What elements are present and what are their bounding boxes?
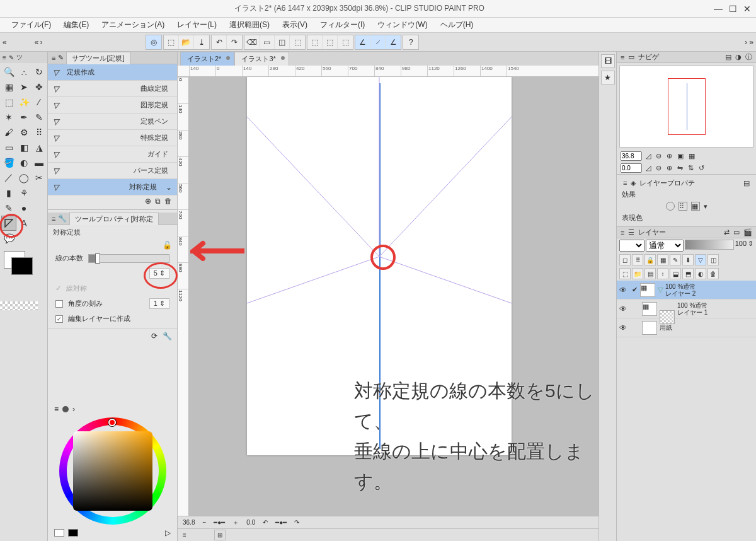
- knife-tool[interactable]: ▮: [1, 185, 16, 201]
- panel-menu-icon[interactable]: ≡: [623, 179, 627, 187]
- create-on-layer-checkbox[interactable]: [55, 315, 63, 323]
- effect-color-icon[interactable]: ▦: [691, 202, 700, 211]
- decoration-tool[interactable]: ⚘: [16, 185, 32, 201]
- visibility-icon[interactable]: 👁: [619, 323, 629, 332]
- background-color[interactable]: [11, 257, 33, 275]
- menu-view[interactable]: 表示(V): [277, 18, 312, 32]
- spark-tool[interactable]: ✶: [1, 110, 16, 125]
- clipstudio-button[interactable]: ◎: [146, 35, 161, 49]
- navigator-preview[interactable]: [619, 66, 753, 148]
- marker-tool[interactable]: ●: [16, 201, 32, 216]
- effect-tone-icon[interactable]: ⠿: [679, 202, 687, 211]
- panel-menu-icon[interactable]: ≡: [52, 215, 55, 223]
- fav-icon[interactable]: ★: [601, 71, 615, 84]
- maximize-button[interactable]: ☐: [729, 4, 737, 14]
- wand-tool[interactable]: ✨: [16, 95, 32, 110]
- deselect-button[interactable]: ▭: [260, 35, 275, 49]
- new-layer-icon[interactable]: ⬚: [619, 268, 631, 279]
- help-button[interactable]: ?: [403, 35, 418, 49]
- opacity-slider[interactable]: [685, 240, 734, 250]
- scissors-tool[interactable]: ✂: [32, 170, 47, 185]
- doctab-2[interactable]: イラスト3*: [234, 52, 289, 66]
- subtool-shape-ruler[interactable]: ▽図形定規: [48, 97, 177, 113]
- lb-2[interactable]: ⠿: [632, 254, 643, 265]
- reset-icon[interactable]: ⟳: [151, 332, 158, 340]
- tab4-icon[interactable]: ⓘ: [745, 52, 752, 62]
- menu-file[interactable]: ファイル(F): [6, 18, 56, 32]
- new-button[interactable]: ⬚: [164, 35, 179, 49]
- shape-tool[interactable]: ◯: [16, 170, 32, 185]
- pen-tool[interactable]: ✒: [16, 110, 32, 125]
- lb-3[interactable]: 🔒: [644, 254, 656, 265]
- arrow-tool[interactable]: ➤: [16, 79, 32, 95]
- subtool-delete-icon[interactable]: 🗑: [164, 197, 172, 208]
- rot-cw-icon[interactable]: ↷: [294, 519, 299, 526]
- more-icon[interactable]: ›: [72, 405, 75, 414]
- mask-icon[interactable]: ◐: [695, 268, 706, 279]
- subtool-perspective-ruler[interactable]: ▽パース定規: [48, 163, 177, 179]
- subtool-curve-ruler[interactable]: ▽曲線定規: [48, 81, 177, 97]
- subtool-symmetry-ruler[interactable]: ▽対称定規⌄: [48, 179, 177, 195]
- lb-1[interactable]: ◻: [619, 254, 631, 265]
- panel-menu-icon[interactable]: ≡: [621, 229, 624, 236]
- eraser-tool[interactable]: ◧: [16, 140, 32, 155]
- colorwheel-tab-icon[interactable]: [62, 406, 69, 412]
- sel2-button[interactable]: ⬚: [323, 35, 338, 49]
- toolbar-expand-right-icon[interactable]: › »: [745, 38, 753, 47]
- lines-slider[interactable]: [88, 254, 169, 263]
- effect-more-icon[interactable]: ▾: [704, 202, 707, 211]
- background-swatch[interactable]: [68, 529, 78, 537]
- edge-tool[interactable]: ▬: [32, 155, 47, 170]
- sel3-button[interactable]: ⬚: [338, 35, 353, 49]
- flip-v-icon[interactable]: ⇅: [687, 164, 695, 172]
- tab3-icon[interactable]: ◑: [735, 53, 742, 61]
- fill-tool[interactable]: 🪣: [1, 155, 16, 170]
- menu-help[interactable]: ヘルプ(H): [435, 18, 479, 32]
- rot-ccw-icon[interactable]: ↶: [263, 519, 268, 526]
- menu-filter[interactable]: フィルター(I): [315, 18, 370, 32]
- layer-tab[interactable]: レイヤー: [638, 228, 666, 237]
- snap1-button[interactable]: ∠: [355, 35, 370, 49]
- hue-cursor-icon[interactable]: [108, 419, 116, 426]
- rot-ccw-icon[interactable]: ⊖: [655, 164, 663, 172]
- angle-value[interactable]: 1 ⇕: [149, 298, 169, 309]
- collapse-icon[interactable]: «: [35, 38, 39, 47]
- layerprop-tab[interactable]: レイヤープロパテ: [639, 178, 695, 188]
- eyedropper-tool[interactable]: ⁄: [32, 95, 47, 110]
- lb-8[interactable]: ◫: [707, 254, 719, 265]
- canvas-viewport[interactable]: 対称定規の線の本数を5にして、 垂線の上に中心を配置します。: [189, 77, 598, 516]
- layer-row-1[interactable]: 👁 ▦ 100 %通常レイヤー 1: [617, 300, 756, 318]
- zoom-slider-icon[interactable]: ◿: [644, 152, 652, 160]
- save-button[interactable]: ⤓: [194, 35, 209, 49]
- visibility-icon[interactable]: 👁: [619, 305, 629, 313]
- subtool-ruler-pen[interactable]: ▽定規ペン: [48, 113, 177, 130]
- airbrush-tool[interactable]: ⚙: [16, 125, 32, 140]
- layer-check-icon[interactable]: ✔: [632, 286, 638, 294]
- rotate-tool[interactable]: ↻: [32, 64, 47, 79]
- menu-edit[interactable]: 編集(E): [59, 18, 94, 32]
- lb-c[interactable]: ▤: [644, 268, 656, 279]
- wrench-icon[interactable]: 🔧: [163, 332, 172, 340]
- effect-border-icon[interactable]: [666, 202, 675, 211]
- tab-b-icon[interactable]: ▭: [733, 228, 740, 236]
- subtool-copy-icon[interactable]: ⧉: [155, 197, 161, 208]
- zoom-readout[interactable]: 36.8: [183, 519, 195, 526]
- layer-move-tool[interactable]: ✥: [32, 79, 47, 95]
- fit-icon[interactable]: ▣: [676, 152, 685, 160]
- panel-menu-icon[interactable]: ≡: [54, 405, 59, 414]
- lb-4[interactable]: ▦: [657, 254, 668, 265]
- doctab-1[interactable]: イラスト2*: [180, 52, 234, 66]
- lb-ruler[interactable]: ▽: [695, 254, 706, 265]
- layer-row-paper[interactable]: 👁 用紙: [617, 318, 756, 337]
- menu-animation[interactable]: アニメーション(A): [96, 18, 169, 32]
- subtool-create-ruler[interactable]: ▽定規作成: [48, 64, 177, 81]
- lb-6[interactable]: ⬇: [682, 254, 694, 265]
- close-button[interactable]: ✕: [743, 4, 751, 14]
- open-button[interactable]: 📂: [179, 35, 194, 49]
- zoom-field[interactable]: [621, 151, 642, 161]
- subtool-special-ruler[interactable]: ▽特殊定規: [48, 130, 177, 146]
- transform-button[interactable]: ⬚: [290, 35, 305, 49]
- spray-tool[interactable]: ⠿: [32, 125, 47, 140]
- rot-slider-icon[interactable]: ◿: [644, 164, 652, 172]
- panel-menu-icon[interactable]: ≡: [52, 54, 55, 62]
